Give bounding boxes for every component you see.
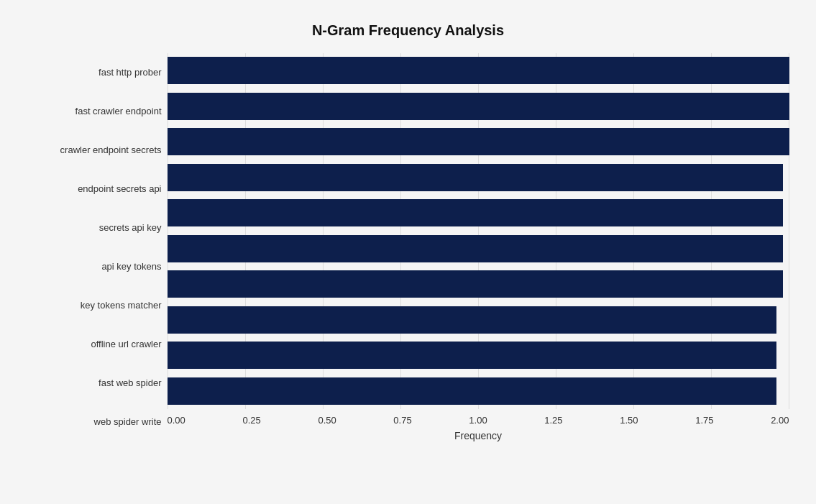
bar-row — [168, 233, 789, 265]
x-tick: 0.50 — [318, 415, 336, 426]
chart-title: N-Gram Frequency Analysis — [27, 22, 789, 39]
bar — [168, 164, 783, 191]
bar — [168, 342, 777, 369]
x-tick: 1.75 — [695, 415, 713, 426]
chart-container: N-Gram Frequency Analysis fast http prob… — [13, 8, 804, 497]
x-tick: 1.50 — [620, 415, 638, 426]
x-tick: 2.00 — [771, 415, 789, 426]
y-axis-label: fast web spider — [27, 377, 162, 389]
x-axis: 0.000.250.500.751.001.251.501.752.00 — [168, 415, 789, 426]
x-tick: 0.00 — [168, 415, 185, 426]
bar-row — [168, 268, 789, 300]
bar — [168, 199, 783, 226]
chart-area: fast http proberfast crawler endpointcra… — [27, 53, 789, 441]
y-axis-labels: fast http proberfast crawler endpointcra… — [27, 53, 168, 441]
bar-row — [168, 91, 789, 122]
bar — [168, 235, 783, 262]
bar — [168, 128, 789, 155]
bar-row — [168, 304, 789, 336]
bar-row — [168, 55, 789, 86]
bar-row — [168, 197, 789, 229]
x-tick: 0.75 — [393, 415, 411, 426]
y-axis-label: web spider write — [27, 416, 162, 428]
bar — [168, 57, 789, 84]
bar — [168, 306, 777, 334]
x-tick: 1.25 — [544, 415, 562, 426]
x-tick: 1.00 — [469, 415, 487, 426]
y-axis-label: key tokens matcher — [27, 300, 162, 311]
bar — [168, 270, 783, 298]
bars-section — [168, 53, 789, 409]
y-axis-label: offline url crawler — [27, 339, 162, 350]
bar — [168, 93, 789, 120]
bars-and-xaxis: 0.000.250.500.751.001.251.501.752.00 Fre… — [168, 53, 789, 441]
y-axis-label: endpoint secrets api — [27, 183, 162, 195]
bar-row — [168, 162, 789, 193]
bar-row — [168, 339, 789, 371]
y-axis-label: fast http prober — [27, 67, 162, 78]
x-tick: 0.25 — [242, 415, 260, 426]
y-axis-label: api key tokens — [27, 261, 162, 272]
y-axis-label: crawler endpoint secrets — [27, 145, 162, 156]
x-axis-label: Frequency — [168, 430, 789, 441]
y-axis-label: fast crawler endpoint — [27, 106, 162, 117]
y-axis-label: secrets api key — [27, 222, 162, 234]
bar — [168, 377, 777, 405]
bar-row — [168, 126, 789, 157]
bar-row — [168, 375, 789, 407]
